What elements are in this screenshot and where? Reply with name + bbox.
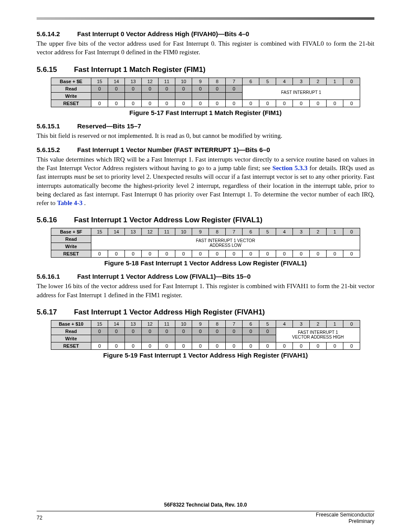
reserved-cell: 0 bbox=[226, 327, 243, 335]
bit-header: 5 bbox=[259, 228, 276, 236]
footer-company: Freescale Semiconductor Preliminary bbox=[316, 512, 374, 525]
reserved-cell: 0 bbox=[175, 327, 192, 335]
reset-cell: 0 bbox=[243, 342, 259, 349]
reserved-cell bbox=[142, 335, 159, 342]
table-row: Read 0 0 0 0 0 0 0 0 0 FAST INTERRUPT 1 bbox=[51, 85, 360, 92]
reset-cell: 0 bbox=[175, 100, 192, 107]
bit-header: 7 bbox=[226, 320, 243, 327]
reset-cell: 0 bbox=[327, 100, 343, 107]
reserved-cell: 0 bbox=[159, 85, 175, 92]
bit-header: 12 bbox=[142, 320, 159, 327]
section-title: Fast Interrupt 0 Vector Address High (FI… bbox=[77, 30, 249, 37]
field-label: FAST INTERRUPT 1 VECTOR ADDRESS LOW bbox=[91, 236, 360, 250]
section-number: 5.6.16 bbox=[37, 216, 72, 224]
field-label: FAST INTERRUPT 1 VECTOR ADDRESS HIGH bbox=[276, 327, 360, 342]
reserved-cell bbox=[175, 92, 192, 100]
bit-header: 2 bbox=[310, 320, 327, 327]
reset-cell: 0 bbox=[91, 250, 108, 258]
bit-header: 9 bbox=[192, 320, 209, 327]
reserved-cell: 0 bbox=[125, 85, 142, 92]
figure-caption: Figure 5-17 Fast Interrupt 1 Match Regis… bbox=[37, 109, 374, 116]
field-label-line1: FAST INTERRUPT 1 VECTOR bbox=[196, 238, 255, 243]
bit-header: 14 bbox=[108, 320, 125, 327]
bit-header: 4 bbox=[276, 320, 293, 327]
base-label: Base + $E bbox=[51, 78, 91, 85]
bit-header: 9 bbox=[192, 228, 209, 236]
reset-cell: 0 bbox=[108, 100, 125, 107]
reserved-cell bbox=[259, 335, 276, 342]
reserved-cell: 0 bbox=[243, 327, 259, 335]
reset-cell: 0 bbox=[293, 250, 310, 258]
register-table-fival1: Base + $F 15 14 13 12 11 10 9 8 7 6 5 4 … bbox=[51, 228, 360, 258]
bit-header: 11 bbox=[159, 320, 175, 327]
read-label: Read bbox=[51, 236, 91, 243]
register-table-fivah1: Base + $10 15 14 13 12 11 10 9 8 7 6 5 4… bbox=[51, 320, 360, 350]
reset-cell: 0 bbox=[226, 100, 243, 107]
figure-caption: Figure 5-18 Fast Interrupt 1 Vector Addr… bbox=[37, 259, 374, 267]
reset-label: RESET bbox=[51, 100, 91, 107]
table-row: Read FAST INTERRUPT 1 VECTOR ADDRESS LOW bbox=[51, 236, 360, 243]
bit-header: 11 bbox=[159, 78, 175, 85]
bit-header: 1 bbox=[327, 228, 343, 236]
reset-cell: 0 bbox=[343, 250, 360, 258]
section-number: 5.6.15.2 bbox=[37, 146, 75, 153]
field-label-line2: VECTOR ADDRESS HIGH bbox=[292, 335, 344, 339]
reset-cell: 0 bbox=[91, 342, 108, 349]
reset-cell: 0 bbox=[192, 342, 209, 349]
reset-cell: 0 bbox=[226, 342, 243, 349]
reserved-cell bbox=[192, 335, 209, 342]
heading-5-6-14-2: 5.6.14.2 Fast Interrupt 0 Vector Address… bbox=[37, 30, 374, 37]
reset-cell: 0 bbox=[192, 250, 209, 258]
table-row: RESET 0 0 0 0 0 0 0 0 0 0 0 0 0 0 0 0 bbox=[51, 100, 360, 107]
reset-cell: 0 bbox=[343, 342, 360, 349]
reserved-cell: 0 bbox=[142, 327, 159, 335]
paragraph: The lower 16 bits of the vector address … bbox=[37, 282, 374, 299]
bit-header: 5 bbox=[259, 78, 276, 85]
bit-header: 8 bbox=[209, 320, 226, 327]
emphasis: must bbox=[74, 173, 86, 180]
reserved-cell: 0 bbox=[142, 85, 159, 92]
write-label: Write bbox=[51, 92, 91, 100]
reset-cell: 0 bbox=[259, 342, 276, 349]
section-number: 5.6.17 bbox=[37, 308, 72, 317]
reserved-cell bbox=[125, 335, 142, 342]
heading-5-6-15-1: 5.6.15.1 Reserved—Bits 15–7 bbox=[37, 122, 374, 130]
text: be set to priority level 2. Unexpected r… bbox=[37, 173, 374, 206]
reserved-cell bbox=[175, 335, 192, 342]
footer-company-name: Freescale Semiconductor bbox=[316, 512, 374, 518]
bit-header: 3 bbox=[293, 320, 310, 327]
reserved-cell: 0 bbox=[192, 327, 209, 335]
bit-header: 1 bbox=[327, 78, 343, 85]
reset-cell: 0 bbox=[259, 250, 276, 258]
reset-cell: 0 bbox=[276, 342, 293, 349]
reset-cell: 0 bbox=[343, 100, 360, 107]
reset-cell: 0 bbox=[243, 250, 259, 258]
reserved-cell bbox=[125, 92, 142, 100]
reserved-cell: 0 bbox=[209, 327, 226, 335]
bit-header: 10 bbox=[175, 228, 192, 236]
reset-cell: 0 bbox=[209, 250, 226, 258]
bit-header: 1 bbox=[327, 320, 343, 327]
paragraph: This bit field is reserved or not implem… bbox=[37, 131, 374, 140]
reserved-cell bbox=[243, 335, 259, 342]
read-label: Read bbox=[51, 327, 91, 335]
reserved-cell: 0 bbox=[259, 327, 276, 335]
bit-header: 6 bbox=[243, 78, 259, 85]
footer-page-number: 72 bbox=[37, 515, 42, 521]
section-title: Fast Interrupt 1 Vector Address Low Regi… bbox=[74, 216, 262, 224]
section-title: Fast Interrupt 1 Vector Address High Reg… bbox=[74, 308, 265, 316]
footer-doc-title: 56F8322 Techncial Data, Rev. 10.0 bbox=[0, 502, 411, 508]
bit-header: 4 bbox=[276, 228, 293, 236]
xref-table-4-3[interactable]: Table 4-3 bbox=[57, 199, 82, 206]
bit-header: 6 bbox=[243, 228, 259, 236]
bit-header: 4 bbox=[276, 78, 293, 85]
xref-section-5-3-3[interactable]: Section 5.3.3 bbox=[272, 165, 307, 171]
table-row: Base + $F 15 14 13 12 11 10 9 8 7 6 5 4 … bbox=[51, 228, 360, 236]
reset-cell: 0 bbox=[209, 342, 226, 349]
reserved-cell: 0 bbox=[91, 327, 108, 335]
reset-cell: 0 bbox=[293, 100, 310, 107]
section-number: 5.6.14.2 bbox=[37, 30, 75, 37]
reset-cell: 0 bbox=[142, 342, 159, 349]
bit-header: 14 bbox=[108, 228, 125, 236]
reserved-cell: 0 bbox=[209, 85, 226, 92]
